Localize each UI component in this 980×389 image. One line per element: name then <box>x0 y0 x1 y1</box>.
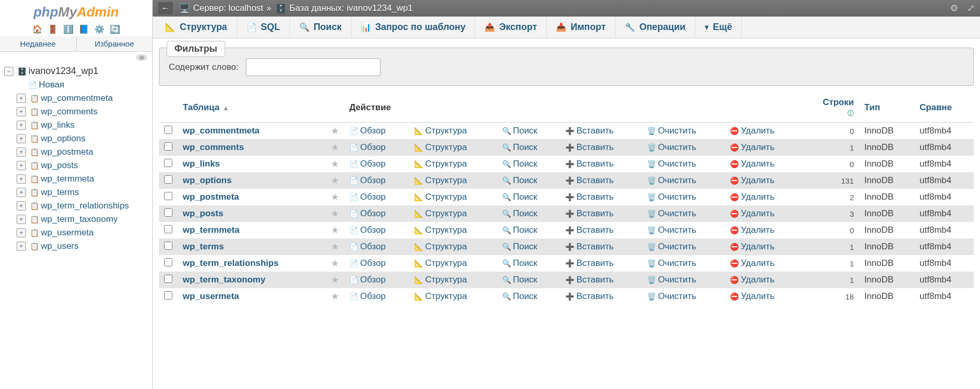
browse-action[interactable]: 📄Обзор <box>344 255 409 272</box>
search-action[interactable]: 🔍Поиск <box>497 123 561 140</box>
star-icon[interactable]: ★ <box>331 225 339 235</box>
tab-recent[interactable]: Недавнее <box>0 36 77 51</box>
search-action[interactable]: 🔍Поиск <box>497 288 561 305</box>
col-table[interactable]: Таблица▲ <box>178 93 326 123</box>
structure-action[interactable]: 📐Структура <box>409 156 496 172</box>
insert-action[interactable]: ➕Вставить <box>560 288 641 305</box>
plus-icon[interactable]: + <box>17 188 26 197</box>
structure-action[interactable]: 📐Структура <box>409 123 496 140</box>
plus-icon[interactable]: + <box>17 121 26 130</box>
insert-action[interactable]: ➕Вставить <box>560 172 641 189</box>
table-name[interactable]: wp_terms <box>178 238 326 255</box>
col-collation[interactable]: Сравне <box>914 93 974 123</box>
star-icon[interactable]: ★ <box>331 275 339 285</box>
drop-action[interactable]: ⛔Удалить <box>725 255 801 272</box>
plus-icon[interactable]: + <box>17 228 26 237</box>
insert-action[interactable]: ➕Вставить <box>560 205 641 222</box>
row-checkbox[interactable] <box>164 275 172 283</box>
search-action[interactable]: 🔍Поиск <box>497 255 561 272</box>
drop-action[interactable]: ⛔Удалить <box>725 139 801 156</box>
drop-action[interactable]: ⛔Удалить <box>725 238 801 255</box>
logout-icon[interactable]: 🚪 <box>48 25 58 34</box>
star-icon[interactable]: ★ <box>331 291 339 302</box>
tab-Запрос по шаблону[interactable]: 📊Запрос по шаблону <box>352 17 476 38</box>
row-checkbox[interactable] <box>164 291 172 300</box>
drop-action[interactable]: ⛔Удалить <box>725 123 801 140</box>
drop-action[interactable]: ⛔Удалить <box>725 222 801 238</box>
empty-action[interactable]: 🗑️Очистить <box>642 222 725 238</box>
col-type[interactable]: Тип <box>859 93 914 123</box>
structure-action[interactable]: 📐Структура <box>409 288 496 305</box>
plus-icon[interactable]: + <box>17 161 26 170</box>
table-name[interactable]: wp_comments <box>178 139 326 156</box>
table-name[interactable]: wp_posts <box>178 205 326 222</box>
browse-action[interactable]: 📄Обзор <box>344 189 409 205</box>
browse-action[interactable]: 📄Обзор <box>344 238 409 255</box>
browse-action[interactable]: 📄Обзор <box>344 156 409 172</box>
plus-icon[interactable]: + <box>17 215 26 224</box>
search-action[interactable]: 🔍Поиск <box>497 172 561 189</box>
row-checkbox[interactable] <box>164 242 172 250</box>
empty-action[interactable]: 🗑️Очистить <box>642 172 725 189</box>
collapse-tree-icon[interactable]: ⊖ <box>136 54 147 61</box>
help-icon[interactable]: ⓘ <box>847 110 854 117</box>
row-checkbox[interactable] <box>164 258 172 266</box>
plus-icon[interactable]: + <box>17 201 26 211</box>
structure-action[interactable]: 📐Структура <box>409 139 496 156</box>
star-icon[interactable]: ★ <box>331 258 339 268</box>
empty-action[interactable]: 🗑️Очистить <box>642 272 725 288</box>
search-action[interactable]: 🔍Поиск <box>497 189 561 205</box>
browse-action[interactable]: 📄Обзор <box>344 139 409 156</box>
reload-icon[interactable]: 🔄 <box>110 25 120 34</box>
sql-icon[interactable]: 📘 <box>79 25 89 34</box>
insert-action[interactable]: ➕Вставить <box>560 238 641 255</box>
search-action[interactable]: 🔍Поиск <box>497 222 561 238</box>
insert-action[interactable]: ➕Вставить <box>560 123 641 140</box>
tree-table-node[interactable]: +📋wp_postmeta <box>17 145 152 159</box>
minus-icon[interactable]: − <box>4 67 13 76</box>
row-checkbox[interactable] <box>164 225 172 233</box>
search-action[interactable]: 🔍Поиск <box>497 139 561 156</box>
row-checkbox[interactable] <box>164 208 172 217</box>
drop-action[interactable]: ⛔Удалить <box>725 288 801 305</box>
tree-table-node[interactable]: +📋wp_commentmeta <box>17 92 152 105</box>
tab-Структура[interactable]: 📐Структура <box>156 17 237 38</box>
home-icon[interactable]: 🏠 <box>32 25 42 34</box>
empty-action[interactable]: 🗑️Очистить <box>642 288 725 305</box>
tab-Поиск[interactable]: 🔍Поиск <box>290 17 352 38</box>
search-action[interactable]: 🔍Поиск <box>497 272 561 288</box>
table-name[interactable]: wp_usermeta <box>178 288 326 305</box>
row-checkbox[interactable] <box>164 126 172 134</box>
search-action[interactable]: 🔍Поиск <box>497 156 561 172</box>
table-name[interactable]: wp_links <box>178 156 326 172</box>
tree-table-node[interactable]: +📋wp_comments <box>17 105 152 118</box>
drop-action[interactable]: ⛔Удалить <box>725 272 801 288</box>
fullscreen-icon[interactable]: ⤢ <box>967 3 975 13</box>
table-name[interactable]: wp_options <box>178 172 326 189</box>
browse-action[interactable]: 📄Обзор <box>344 222 409 238</box>
row-checkbox[interactable] <box>164 142 172 151</box>
browse-action[interactable]: 📄Обзор <box>344 288 409 305</box>
table-name[interactable]: wp_termmeta <box>178 222 326 238</box>
insert-action[interactable]: ➕Вставить <box>560 272 641 288</box>
star-icon[interactable]: ★ <box>331 126 339 136</box>
plus-icon[interactable]: + <box>17 107 26 116</box>
tree-table-node[interactable]: +📋wp_users <box>17 240 152 253</box>
tree-table-node[interactable]: +📋wp_links <box>17 118 152 132</box>
table-name[interactable]: wp_postmeta <box>178 189 326 205</box>
empty-action[interactable]: 🗑️Очистить <box>642 139 725 156</box>
insert-action[interactable]: ➕Вставить <box>560 156 641 172</box>
star-icon[interactable]: ★ <box>331 159 339 169</box>
structure-action[interactable]: 📐Структура <box>409 172 496 189</box>
table-name[interactable]: wp_term_relationships <box>178 255 326 272</box>
insert-action[interactable]: ➕Вставить <box>560 222 641 238</box>
plus-icon[interactable]: + <box>17 174 26 184</box>
row-checkbox[interactable] <box>164 175 172 184</box>
search-action[interactable]: 🔍Поиск <box>497 238 561 255</box>
empty-action[interactable]: 🗑️Очистить <box>642 255 725 272</box>
settings-icon[interactable]: ⚙️ <box>94 25 105 34</box>
structure-action[interactable]: 📐Структура <box>409 272 496 288</box>
insert-action[interactable]: ➕Вставить <box>560 189 641 205</box>
tree-table-node[interactable]: +📋wp_terms <box>17 186 152 199</box>
tree-db-node[interactable]: − 🗄️ ivanov1234_wp1 <box>4 64 152 78</box>
